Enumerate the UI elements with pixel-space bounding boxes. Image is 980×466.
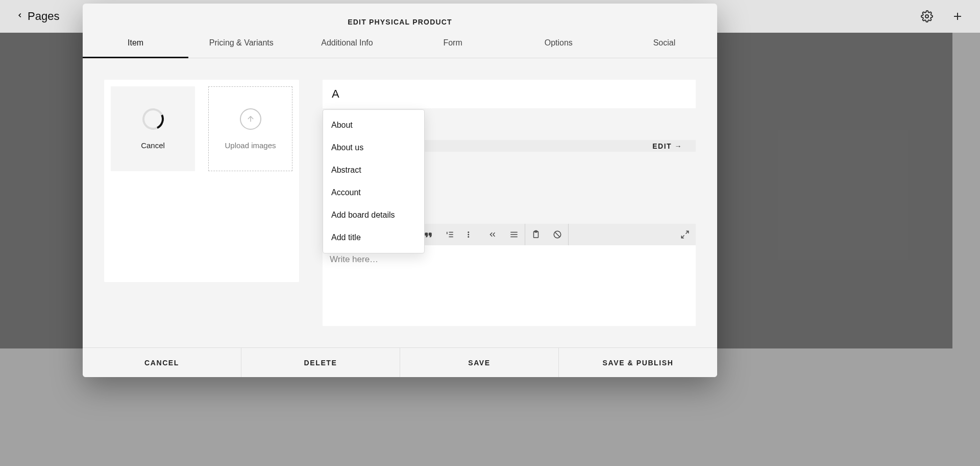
save-button[interactable]: SAVE <box>400 348 559 377</box>
autocomplete-item[interactable]: About <box>323 114 424 136</box>
tab-options[interactable]: Options <box>506 31 611 58</box>
indent-icon[interactable] <box>503 224 525 245</box>
svg-point-7 <box>468 231 469 233</box>
cancel-button[interactable]: CANCEL <box>83 348 241 377</box>
clear-format-icon[interactable] <box>547 224 568 245</box>
svg-line-18 <box>555 232 559 237</box>
cancel-upload-label: Cancel <box>141 141 165 150</box>
numbered-list-icon[interactable] <box>439 224 460 245</box>
autocomplete-item[interactable]: About us <box>323 136 424 159</box>
autocomplete-item[interactable]: Account <box>323 181 424 204</box>
outdent-icon[interactable] <box>482 224 503 245</box>
tab-form[interactable]: Form <box>400 31 506 58</box>
upload-images-label: Upload images <box>225 141 276 150</box>
bullet-list-icon[interactable] <box>460 224 482 245</box>
expand-icon[interactable] <box>674 224 696 245</box>
svg-point-8 <box>468 234 469 236</box>
tab-item[interactable]: Item <box>83 31 188 58</box>
modal-footer: CANCEL DELETE SAVE SAVE & PUBLISH <box>83 347 717 377</box>
svg-line-20 <box>681 236 684 238</box>
svg-line-10 <box>493 232 495 235</box>
images-panel: Cancel Upload images <box>104 80 299 282</box>
upload-icon <box>240 108 261 130</box>
paste-icon[interactable] <box>525 224 547 245</box>
editor-body[interactable]: Write here… <box>323 245 696 326</box>
edit-product-modal: EDIT PHYSICAL PRODUCT Item Pricing & Var… <box>83 4 717 377</box>
autocomplete-dropdown: About About us Abstract Account Add boar… <box>323 109 425 253</box>
delete-button[interactable]: DELETE <box>241 348 400 377</box>
svg-line-19 <box>686 231 689 234</box>
tab-social[interactable]: Social <box>611 31 717 58</box>
svg-line-11 <box>493 235 495 237</box>
autocomplete-item[interactable]: Add title <box>323 226 424 249</box>
tab-pricing[interactable]: Pricing & Variants <box>188 31 294 58</box>
product-title-input[interactable] <box>323 80 696 108</box>
image-tile-loading[interactable]: Cancel <box>111 86 195 171</box>
edit-link[interactable]: EDIT → <box>639 142 696 150</box>
upload-images-tile[interactable]: Upload images <box>208 86 292 171</box>
save-publish-button[interactable]: SAVE & PUBLISH <box>559 348 717 377</box>
modal-title: EDIT PHYSICAL PRODUCT <box>83 4 717 31</box>
svg-point-9 <box>468 236 469 238</box>
autocomplete-item[interactable]: Abstract <box>323 159 424 181</box>
tab-additional[interactable]: Additional Info <box>294 31 400 58</box>
autocomplete-item[interactable]: Add board details <box>323 204 424 226</box>
spinner-icon <box>139 105 167 133</box>
modal-tabs: Item Pricing & Variants Additional Info … <box>83 31 717 58</box>
